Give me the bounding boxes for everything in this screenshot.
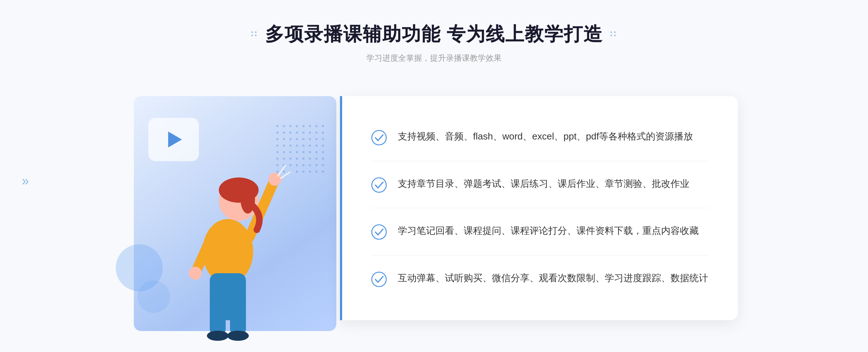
divider-3 xyxy=(371,255,709,256)
header-title: ∷ 多项录播课辅助功能 专为线上教学打造 ∷ xyxy=(251,22,617,47)
svg-line-14 xyxy=(280,171,291,179)
feature-item-1: 支持视频、音频、flash、word、excel、ppt、pdf等各种格式的资源… xyxy=(371,122,709,153)
svg-point-16 xyxy=(372,178,386,192)
content-panel: 支持视频、音频、flash、word、excel、ppt、pdf等各种格式的资源… xyxy=(340,96,738,320)
human-figure xyxy=(163,143,293,342)
svg-point-12 xyxy=(227,331,249,341)
check-circle-icon-4 xyxy=(371,271,387,287)
svg-point-11 xyxy=(207,331,229,341)
svg-rect-9 xyxy=(210,299,226,335)
feature-text-4: 互动弹幕、试听购买、微信分享、观看次数限制、学习进度跟踪、数据统计 xyxy=(398,271,708,286)
check-circle-icon-2 xyxy=(371,177,387,193)
feature-item-4: 互动弹幕、试听购买、微信分享、观看次数限制、学习进度跟踪、数据统计 xyxy=(371,263,709,295)
header-section: ∷ 多项录播课辅助功能 专为线上教学打造 ∷ 学习进度全掌握，提升录播课教学效果 xyxy=(251,22,617,64)
deco-dots-left: ∷ xyxy=(251,29,258,39)
page-container: » ∷ 多项录播课辅助功能 专为线上教学打造 ∷ 学习进度全掌握，提升录播课教学… xyxy=(0,0,868,352)
feature-text-3: 学习笔记回看、课程提问、课程评论打分、课件资料下载，重点内容收藏 xyxy=(398,223,699,239)
svg-point-18 xyxy=(372,272,386,287)
main-content: 支持视频、音频、flash、word、excel、ppt、pdf等各种格式的资源… xyxy=(127,82,741,349)
header-subtitle: 学习进度全掌握，提升录播课教学效果 xyxy=(251,53,617,64)
feature-item-3: 学习笔记回看、课程提问、课程评论打分、课件资料下载，重点内容收藏 xyxy=(371,216,709,247)
check-circle-icon-3 xyxy=(371,224,387,240)
svg-point-7 xyxy=(189,267,202,280)
divider-1 xyxy=(371,161,709,161)
feature-text-2: 支持章节目录、弹题考试、课后练习、课后作业、章节测验、批改作业 xyxy=(398,176,689,192)
svg-rect-10 xyxy=(230,299,246,335)
chevron-left-deco: » xyxy=(22,173,26,189)
title-text: 多项录播课辅助功能 专为线上教学打造 xyxy=(265,22,603,47)
feature-text-1: 支持视频、音频、flash、word、excel、ppt、pdf等各种格式的资源… xyxy=(398,129,693,144)
svg-point-17 xyxy=(372,225,386,239)
illustration-area xyxy=(127,82,344,349)
deco-dots-right: ∷ xyxy=(610,29,617,39)
divider-2 xyxy=(371,208,709,208)
check-circle-icon-1 xyxy=(371,130,387,146)
feature-item-2: 支持章节目录、弹题考试、课后练习、课后作业、章节测验、批改作业 xyxy=(371,169,709,200)
svg-point-15 xyxy=(372,130,386,145)
svg-line-13 xyxy=(278,165,286,176)
